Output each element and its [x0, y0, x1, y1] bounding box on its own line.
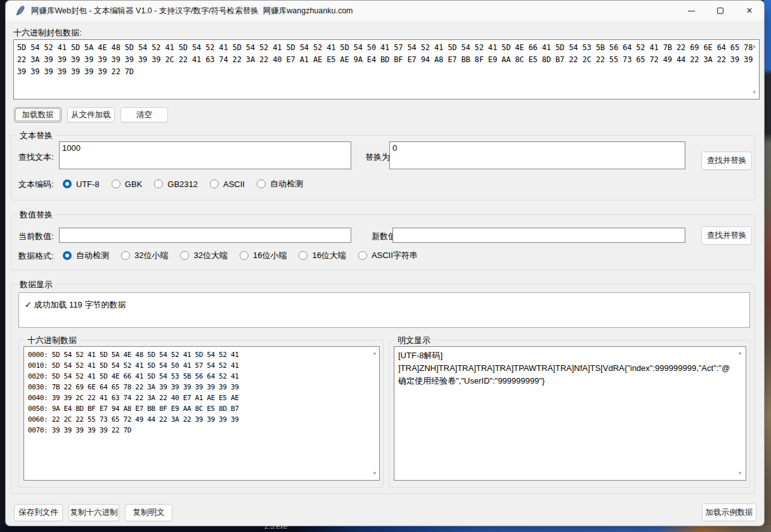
- app-feather-icon: [15, 5, 26, 16]
- hexdump-line: 0040: 39 39 2C 22 41 63 74 22 3A 22 40 E…: [28, 393, 375, 403]
- find-text-label: 查找文本:: [18, 152, 54, 163]
- current-value-input[interactable]: [59, 228, 351, 243]
- plaintext-line: [UTF-8解码]: [398, 349, 733, 362]
- replace-with-label: 替换为:: [365, 152, 392, 163]
- radio-circle-icon: [257, 179, 266, 188]
- hex-input-label: 十六进制封包数据:: [13, 27, 82, 39]
- app-window: 网赚库Web封包 - 文本编辑器 V1.0 - 支持汉字/数字/符号检索替换 网…: [5, 0, 765, 526]
- current-value-label: 当前数值:: [18, 231, 54, 242]
- hexdump-group-title: 十六进制数据: [25, 335, 79, 346]
- data-display-group-title: 数据显示: [17, 279, 55, 290]
- radio-circle-icon: [112, 179, 120, 188]
- radio-auto-detect-encoding[interactable]: 自动检测: [257, 178, 303, 190]
- radio-gbk[interactable]: GBK: [112, 179, 142, 189]
- maximize-icon: [717, 8, 723, 14]
- radio-32-little-endian[interactable]: 32位小端: [121, 250, 168, 261]
- scroll-down-icon[interactable]: ▼: [373, 471, 376, 476]
- radio-circle-icon: [121, 251, 130, 260]
- scroll-up-icon[interactable]: ▲: [373, 351, 376, 356]
- data-format-label: 数据格式:: [18, 250, 54, 262]
- plaintext-line: ]TRA]ZNH]TRA]TRA]TRA]TRA]TPAWTRA]TRA]NfA…: [398, 362, 733, 387]
- radio-circle-icon: [299, 251, 308, 260]
- radio-utf8[interactable]: UTF-8: [63, 179, 100, 189]
- hex-input-line: 39 39 39 39 39 39 39 22 7D: [17, 66, 756, 78]
- plaintext-textarea[interactable]: [UTF-8解码] ]TRA]ZNH]TRA]TRA]TRA]TRA]TPAWT…: [394, 346, 746, 481]
- load-sample-data-button[interactable]: 加载示例数据: [702, 503, 756, 521]
- titlebar[interactable]: 网赚库Web封包 - 文本编辑器 V1.0 - 支持汉字/数字/符号检索替换 网…: [6, 1, 764, 21]
- status-box[interactable]: ✓ 成功加载 119 字节的数据: [18, 292, 750, 328]
- hexdump-textarea[interactable]: 0000: 5D 54 52 41 5D 5A 4E 48 5D 54 52 4…: [23, 346, 380, 481]
- new-value-input[interactable]: [392, 228, 685, 243]
- radio-circle-icon: [154, 179, 163, 188]
- find-text-input[interactable]: 1000: [59, 141, 351, 169]
- data-format-radio-group: 自动检测 32位小端 32位大端 16位小端 16位大端 ASCII字符串: [63, 250, 418, 261]
- radio-circle-icon: [180, 251, 189, 260]
- status-message: ✓ 成功加载 119 字节的数据: [25, 299, 126, 311]
- scroll-up-icon[interactable]: ▲: [737, 351, 742, 356]
- radio-circle-icon: [63, 179, 72, 188]
- scroll-up-icon[interactable]: ▲: [753, 44, 756, 49]
- window-title: 网赚库Web封包 - 文本编辑器 V1.0 - 支持汉字/数字/符号检索替换 网…: [31, 1, 353, 21]
- hex-input-line: 5D 54 52 41 5D 5A 4E 48 5D 54 52 41 5D 5…: [17, 42, 756, 54]
- radio-16-little-endian[interactable]: 16位小端: [240, 250, 287, 261]
- maximize-button[interactable]: [706, 1, 735, 21]
- hexdump-line: 0020: 5D 54 52 41 5D 4E 66 41 5D 54 53 5…: [28, 371, 375, 382]
- radio-ascii-string[interactable]: ASCII字符串: [358, 250, 418, 261]
- hex-input-line: 22 3A 39 39 39 39 39 39 39 39 39 2C 22 4…: [17, 54, 756, 66]
- close-icon: ×: [746, 6, 752, 16]
- text-find-replace-button[interactable]: 查找并替换: [701, 152, 752, 170]
- radio-gb2312[interactable]: GB2312: [154, 179, 198, 189]
- minimize-icon: [688, 11, 695, 11]
- text-encoding-radio-group: UTF-8 GBK GB2312 ASCII 自动检测: [63, 178, 303, 190]
- hex-input-textarea[interactable]: 5D 54 52 41 5D 5A 4E 48 5D 54 52 41 5D 5…: [13, 39, 760, 100]
- clear-button[interactable]: 清空: [120, 107, 168, 122]
- radio-circle-icon: [358, 251, 367, 260]
- load-from-file-button[interactable]: 从文件加载: [67, 107, 115, 122]
- radio-16-big-endian[interactable]: 16位大端: [299, 250, 346, 261]
- radio-auto-detect-format[interactable]: 自动检测: [63, 250, 109, 261]
- num-find-replace-button[interactable]: 查找并替换: [701, 226, 752, 245]
- scroll-down-icon[interactable]: ▼: [753, 90, 756, 95]
- hexdump-line: 0070: 39 39 39 39 39 22 7D: [28, 425, 375, 436]
- hexdump-line: 0010: 5D 54 52 41 5D 54 52 41 5D 54 50 4…: [28, 360, 375, 371]
- text-replace-group-title: 文本替换: [17, 130, 55, 141]
- hexdump-line: 0030: 7B 22 69 6E 64 65 78 22 3A 39 39 3…: [28, 382, 375, 393]
- num-replace-group-title: 数值替换: [17, 209, 55, 221]
- radio-circle-icon: [240, 251, 249, 260]
- copy-hex-button[interactable]: 复制十六进制: [68, 504, 119, 521]
- copy-plain-button[interactable]: 复制明文: [125, 504, 172, 521]
- radio-ascii[interactable]: ASCII: [210, 179, 245, 189]
- hexdump-line: 0060: 22 2C 22 55 73 65 72 49 44 22 3A 2…: [28, 414, 375, 425]
- replace-with-input[interactable]: 0: [389, 141, 685, 169]
- save-to-file-button[interactable]: 保存到文件: [14, 504, 63, 521]
- radio-circle-icon: [63, 251, 72, 260]
- radio-32-big-endian[interactable]: 32位大端: [180, 250, 227, 261]
- scroll-down-icon[interactable]: ▼: [737, 471, 742, 476]
- plaintext-group-title: 明文显示: [395, 335, 433, 346]
- radio-circle-icon: [210, 179, 219, 188]
- load-data-button[interactable]: 加载数据: [14, 107, 62, 122]
- hexdump-line: 0000: 5D 54 52 41 5D 5A 4E 48 5D 54 52 4…: [28, 349, 375, 360]
- text-encoding-label: 文本编码:: [18, 179, 54, 190]
- hexdump-line: 0050: 9A E4 BD BF E7 94 A8 E7 BB 8F E9 A…: [28, 403, 375, 414]
- minimize-button[interactable]: [677, 1, 706, 21]
- close-button[interactable]: ×: [735, 1, 764, 21]
